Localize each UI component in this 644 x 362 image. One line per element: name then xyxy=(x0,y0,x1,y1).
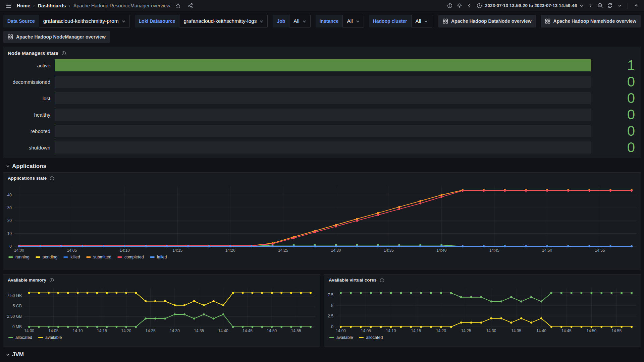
refresh-interval-chevron-icon[interactable] xyxy=(615,2,624,10)
time-range-text: 2023-07-13 13:59:20 to 2023-07-13 14:59:… xyxy=(485,3,577,8)
panel-title: Node Managers state xyxy=(8,50,58,56)
panel-title: Applications state xyxy=(8,176,47,181)
chevron-down-icon xyxy=(303,19,306,23)
dashboard-link-button[interactable]: Apache Hadoop NameNode overview xyxy=(541,15,641,27)
panel-info-icon[interactable] xyxy=(49,278,54,283)
variable-value-dropdown[interactable]: grafanacloud-keithschmitty-prom xyxy=(39,15,130,27)
time-shift-forward-icon[interactable] xyxy=(586,2,594,10)
svg-text:14:20: 14:20 xyxy=(121,328,131,333)
panel-node-managers-state: Node Managers state active1decommissione… xyxy=(3,47,641,158)
legend-label: killed xyxy=(70,255,80,259)
bar-gauge-track xyxy=(55,141,591,154)
panel-applications-state: Applications state 14:0014:0514:1014:151… xyxy=(3,172,641,270)
variable-value-dropdown[interactable]: All xyxy=(289,15,310,27)
dashboard-link-button[interactable]: Apache Hadoop DataNode overview xyxy=(438,15,536,27)
variable-value: grafanacloud-keithschmitty-logs xyxy=(183,18,257,24)
settings-gear-icon[interactable] xyxy=(455,2,464,10)
panel-info-icon[interactable] xyxy=(380,278,384,283)
legend-label: failed xyxy=(157,255,167,259)
svg-text:14:10: 14:10 xyxy=(386,328,396,333)
legend-item-allocated[interactable]: allocated xyxy=(8,335,32,340)
dashboard-grid: Node Managers state active1decommissione… xyxy=(0,43,644,358)
legend-label: pending xyxy=(43,255,58,259)
svg-text:14:35: 14:35 xyxy=(511,328,521,333)
panel-info-icon[interactable] xyxy=(61,51,66,56)
svg-text:14:45: 14:45 xyxy=(489,248,499,253)
chevron-down-icon xyxy=(6,353,10,357)
legend-item-available[interactable]: available xyxy=(38,335,62,340)
bar-gauge-row-rebooted: rebooted0 xyxy=(4,125,640,137)
legend-item-submitted[interactable]: submitted xyxy=(86,255,111,259)
section-applications[interactable]: Applications xyxy=(6,163,641,170)
bar-gauge-label: rebooted xyxy=(4,128,55,134)
legend-item-killed[interactable]: killed xyxy=(63,255,80,259)
panel-header[interactable]: Node Managers state xyxy=(3,47,641,58)
svg-text:0: 0 xyxy=(331,324,333,329)
variable-label: Hadoop cluster xyxy=(369,15,411,27)
breadcrumb: Home › Dashboards › Apache Hadoop Resour… xyxy=(17,3,170,8)
available-virtual-cores-chart[interactable]: 14:0014:0514:1014:1514:2014:2514:3014:35… xyxy=(324,285,641,334)
variable-job: JobAll xyxy=(273,15,310,27)
breadcrumb-dashboards[interactable]: Dashboards xyxy=(38,3,66,8)
panel-info-icon[interactable] xyxy=(50,176,54,181)
bar-gauge-fill xyxy=(55,59,591,71)
section-title: Applications xyxy=(12,163,46,170)
breadcrumb-home[interactable]: Home xyxy=(17,3,30,8)
variable-label: Data Source xyxy=(3,15,39,27)
dashboard-link-button[interactable]: Apache Hadoop NodeManager overview xyxy=(3,31,110,43)
applications-state-chart[interactable]: 14:0014:0514:1014:1514:2014:2514:3014:35… xyxy=(3,183,641,254)
time-range-picker[interactable]: 2023-07-13 13:59:20 to 2023-07-13 14:59:… xyxy=(475,3,585,9)
panel-header[interactable]: Available memory xyxy=(3,275,320,285)
svg-text:7.50 GB: 7.50 GB xyxy=(7,293,22,298)
time-shift-back-icon[interactable] xyxy=(465,2,473,10)
legend-item-allocated[interactable]: allocated xyxy=(359,335,383,340)
bar-gauge: active1decommissioned0lost0healthy0reboo… xyxy=(3,58,641,154)
panel-header[interactable]: Available virtual cores xyxy=(324,275,641,285)
svg-text:14:05: 14:05 xyxy=(361,328,371,333)
time-series-plot[interactable]: 14:0014:0514:1014:1514:2014:2514:3014:35… xyxy=(324,285,641,334)
panel-available-memory: Available memory 14:0014:0514:1014:1514:… xyxy=(3,274,320,347)
chevron-down-icon xyxy=(122,19,125,23)
template-variables: Data Sourcegrafanacloud-keithschmitty-pr… xyxy=(3,15,432,27)
variable-label: Job xyxy=(273,15,289,27)
legend-item-completed[interactable]: completed xyxy=(117,255,144,259)
variable-value-dropdown[interactable]: All xyxy=(411,15,432,27)
menu-hamburger-icon[interactable] xyxy=(5,2,13,10)
legend-label: allocated xyxy=(366,335,383,340)
chart-legend: runningpendingkilledsubmittedcompletedfa… xyxy=(3,254,641,261)
variable-value-dropdown[interactable]: grafanacloud-keithschmitty-logs xyxy=(179,15,268,27)
time-series-plot[interactable]: 14:0014:0514:1014:1514:2014:2514:3014:35… xyxy=(3,183,641,254)
legend-item-running[interactable]: running xyxy=(8,255,30,259)
panel-title: Available virtual cores xyxy=(329,278,377,283)
legend-item-failed[interactable]: failed xyxy=(150,255,167,259)
variable-value: All xyxy=(416,18,421,24)
legend-item-available[interactable]: available xyxy=(329,335,353,340)
variable-hadoop-cluster: Hadoop clusterAll xyxy=(369,15,432,27)
refresh-icon[interactable] xyxy=(606,2,614,10)
share-icon[interactable] xyxy=(186,2,194,10)
dashboard-link-label: Apache Hadoop DataNode overview xyxy=(451,18,532,24)
variable-value: All xyxy=(347,18,353,24)
bar-gauge-track xyxy=(55,76,591,88)
svg-text:14:10: 14:10 xyxy=(120,248,130,253)
legend-swatch xyxy=(38,337,43,338)
svg-text:14:20: 14:20 xyxy=(436,328,446,333)
svg-text:14:30: 14:30 xyxy=(170,328,180,333)
info-circle-icon[interactable] xyxy=(446,2,454,10)
variable-value-dropdown[interactable]: All xyxy=(342,15,364,27)
bar-gauge-row-lost: lost0 xyxy=(4,92,640,104)
legend-label: completed xyxy=(124,255,144,259)
caret-up-icon[interactable] xyxy=(632,2,640,10)
legend-item-pending[interactable]: pending xyxy=(36,255,58,259)
favorite-star-icon[interactable] xyxy=(174,2,182,10)
svg-text:14:15: 14:15 xyxy=(411,328,421,333)
available-memory-chart[interactable]: 14:0014:0514:1014:1514:2014:2514:3014:35… xyxy=(3,285,320,334)
section-jvm[interactable]: JVM xyxy=(6,351,641,358)
time-series-plot[interactable]: 14:0014:0514:1014:1514:2014:2514:3014:35… xyxy=(3,285,320,334)
chart-legend: availableallocated xyxy=(324,334,641,342)
variable-value: All xyxy=(293,18,299,24)
zoom-out-icon[interactable] xyxy=(596,2,604,10)
panel-header[interactable]: Applications state xyxy=(3,173,641,183)
svg-text:14:55: 14:55 xyxy=(595,248,605,253)
svg-text:14:30: 14:30 xyxy=(331,248,341,253)
